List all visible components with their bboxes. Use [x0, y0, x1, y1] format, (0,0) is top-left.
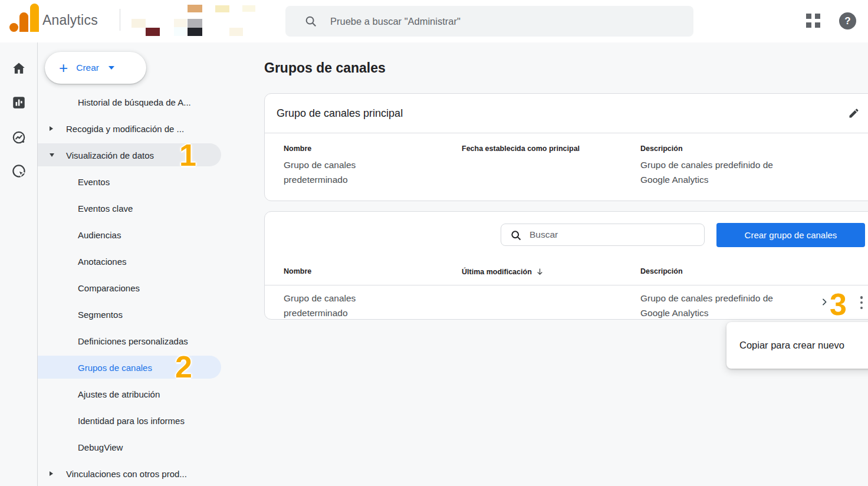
nav-item-debugview[interactable]: DebugView	[38, 434, 254, 460]
nav-item-definiciones-personalizadas[interactable]: Definiciones personalizadas	[38, 327, 254, 354]
redacted-text-block	[188, 5, 202, 12]
nav-item-visualizacion-datos[interactable]: Visualización de datos	[38, 142, 254, 168]
plus-icon: +	[59, 60, 68, 75]
reports-icon[interactable]	[11, 95, 27, 110]
left-icon-rail	[0, 42, 38, 486]
global-search-bar[interactable]	[285, 6, 693, 37]
redacted-text-block	[188, 19, 202, 28]
explore-icon[interactable]	[11, 130, 27, 145]
nav-item-vinculaciones[interactable]: Vinculaciones con otros prod...	[38, 460, 254, 486]
redacted-text-block	[174, 19, 187, 28]
help-icon[interactable]: ?	[839, 12, 856, 29]
create-channel-group-button[interactable]: Crear grupo de canales	[716, 223, 865, 247]
column-header-nombre[interactable]: Nombre	[284, 267, 311, 275]
nav-item-segmentos[interactable]: Segmentos	[38, 301, 254, 327]
product-name: Analytics	[42, 12, 98, 28]
global-search-input[interactable]	[330, 6, 678, 37]
menu-item-copiar-para-crear-nuevo[interactable]: Copiar para crear nuevo	[726, 340, 844, 351]
top-bar: Analytics ?	[0, 0, 868, 42]
row-context-menu: Copiar para crear nuevo	[726, 322, 868, 369]
primary-description-value: Grupo de canales predefinido de Google A…	[640, 157, 804, 187]
row-description: Grupo de canales predefinido de Google A…	[640, 291, 804, 320]
redacted-text-block	[229, 28, 243, 36]
primary-name-value: Grupo de canales predeterminado	[284, 157, 390, 187]
apps-grid-icon[interactable]	[806, 14, 820, 28]
app-root: Analytics ?	[0, 0, 868, 486]
redacted-text-block	[242, 5, 255, 12]
row-name: Grupo de canales predeterminado	[284, 291, 390, 320]
annotation-step-3: 3	[830, 287, 847, 322]
chevron-right-icon	[50, 471, 53, 476]
row-more-options-icon[interactable]	[856, 295, 867, 310]
primary-card-header: Grupo de canales principal	[265, 94, 868, 133]
nav-item-audiencias[interactable]: Audiencias	[38, 221, 254, 248]
topbar-divider	[120, 9, 120, 31]
nav-item-grupos-canales[interactable]: Grupos de canales	[38, 354, 254, 380]
advertising-icon[interactable]	[11, 163, 27, 179]
annotation-step-1: 1	[179, 137, 196, 173]
table-search-input[interactable]	[530, 224, 701, 245]
redacted-text-block	[215, 5, 229, 12]
caret-down-icon	[108, 66, 114, 70]
nav-item-recogida-modificacion[interactable]: Recogida y modificación de ...	[38, 115, 254, 142]
nav-item-eventos[interactable]: Eventos	[38, 168, 254, 195]
row-chevron-right-icon[interactable]	[820, 297, 829, 309]
page-title: Grupos de canales	[264, 60, 386, 76]
nav-item-identidad-informes[interactable]: Identidad para los informes	[38, 407, 254, 434]
chevron-down-icon	[50, 153, 54, 157]
column-header-descripcion[interactable]: Descripción	[640, 267, 683, 275]
search-icon	[304, 15, 317, 28]
nav-item-historial-busqueda[interactable]: Historial de búsqueda de A...	[38, 88, 254, 115]
channel-groups-list-card: Crear grupo de canales Nombre Última mod…	[264, 211, 868, 320]
redacted-text-block	[146, 28, 160, 36]
nav-item-eventos-clave[interactable]: Eventos clave	[38, 195, 254, 221]
sort-descending-icon	[535, 267, 544, 276]
search-icon	[510, 229, 522, 241]
primary-channel-group-card: Grupo de canales principal Nombre Fecha …	[264, 93, 868, 201]
redacted-text-block	[188, 28, 202, 36]
nav-item-ajustes-atribucion[interactable]: Ajustes de atribución	[38, 380, 254, 407]
table-search-box[interactable]	[501, 224, 705, 246]
chevron-right-icon	[50, 126, 53, 131]
redacted-text-block	[131, 19, 146, 28]
table-header-divider	[265, 285, 868, 285]
edit-pencil-icon[interactable]	[844, 103, 864, 123]
primary-card-title: Grupo de canales principal	[277, 107, 403, 120]
nav-item-comparaciones[interactable]: Comparaciones	[38, 274, 254, 301]
annotation-step-2: 2	[175, 349, 192, 385]
column-header-ultima-modificacion[interactable]: Última modificación	[462, 267, 544, 276]
redacted-text-block	[174, 27, 187, 36]
create-button[interactable]: + Crear	[45, 52, 146, 84]
home-icon[interactable]	[11, 61, 27, 76]
nav-item-anotaciones[interactable]: Anotaciones	[38, 248, 254, 274]
